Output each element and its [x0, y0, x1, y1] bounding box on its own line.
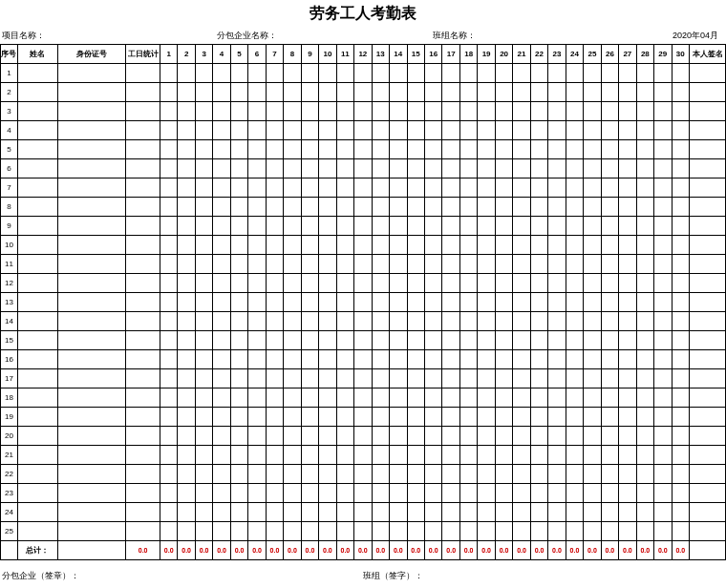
cell-day[interactable]: [495, 140, 512, 159]
cell-day[interactable]: [548, 331, 566, 350]
cell-day[interactable]: [301, 102, 318, 121]
cell-day[interactable]: [178, 255, 195, 274]
cell-day[interactable]: [495, 102, 512, 121]
cell-day[interactable]: [248, 159, 266, 178]
cell-day[interactable]: [530, 64, 547, 83]
cell-day[interactable]: [601, 159, 618, 178]
cell-day[interactable]: [354, 503, 372, 522]
cell-day[interactable]: [178, 484, 195, 503]
cell-stat[interactable]: [126, 64, 160, 83]
cell-day[interactable]: [372, 331, 389, 350]
cell-day[interactable]: [319, 198, 336, 217]
cell-day[interactable]: [195, 388, 212, 408]
cell-day[interactable]: [654, 255, 672, 274]
cell-day[interactable]: [230, 236, 247, 255]
cell-day[interactable]: [407, 522, 424, 541]
cell-day[interactable]: [178, 178, 195, 198]
cell-day[interactable]: [284, 198, 301, 217]
cell-day[interactable]: [424, 312, 441, 331]
cell-day[interactable]: [636, 255, 653, 274]
cell-day[interactable]: [459, 350, 477, 369]
cell-day[interactable]: [619, 465, 636, 484]
cell-day[interactable]: [530, 159, 547, 178]
cell-day[interactable]: [442, 236, 459, 255]
cell-day[interactable]: [336, 83, 353, 102]
cell-day[interactable]: [301, 121, 318, 140]
cell-day[interactable]: [301, 369, 318, 388]
cell-day[interactable]: [548, 522, 566, 541]
cell-day[interactable]: [513, 503, 530, 522]
cell-day[interactable]: [672, 178, 689, 198]
cell-day[interactable]: [248, 446, 266, 465]
cell-day[interactable]: [566, 331, 583, 350]
cell-day[interactable]: [584, 102, 601, 121]
cell-day[interactable]: [407, 140, 424, 159]
cell-day[interactable]: [424, 427, 441, 446]
cell-day[interactable]: [372, 159, 389, 178]
cell-stat[interactable]: [126, 83, 160, 102]
cell-day[interactable]: [248, 312, 266, 331]
cell-day[interactable]: [442, 331, 459, 350]
cell-day[interactable]: [530, 198, 547, 217]
cell-day[interactable]: [459, 274, 477, 293]
cell-day[interactable]: [372, 388, 389, 408]
cell-day[interactable]: [636, 102, 653, 121]
cell-day[interactable]: [566, 102, 583, 121]
cell-day[interactable]: [266, 121, 283, 140]
cell-name[interactable]: [17, 159, 57, 178]
cell-day[interactable]: [530, 522, 547, 541]
cell-day[interactable]: [195, 140, 212, 159]
cell-day[interactable]: [319, 408, 336, 427]
cell-day[interactable]: [336, 293, 353, 312]
cell-day[interactable]: [424, 503, 441, 522]
cell-day[interactable]: [548, 274, 566, 293]
cell-day[interactable]: [301, 388, 318, 408]
cell-day[interactable]: [513, 217, 530, 236]
cell-day[interactable]: [530, 331, 547, 350]
cell-day[interactable]: [178, 121, 195, 140]
cell-day[interactable]: [390, 331, 407, 350]
cell-sign[interactable]: [690, 255, 726, 274]
cell-day[interactable]: [230, 255, 247, 274]
cell-day[interactable]: [301, 465, 318, 484]
cell-day[interactable]: [248, 427, 266, 446]
cell-day[interactable]: [636, 427, 653, 446]
cell-day[interactable]: [178, 198, 195, 217]
cell-day[interactable]: [301, 312, 318, 331]
cell-day[interactable]: [160, 255, 177, 274]
cell-day[interactable]: [495, 484, 512, 503]
cell-id[interactable]: [58, 522, 126, 541]
cell-day[interactable]: [548, 178, 566, 198]
cell-day[interactable]: [407, 465, 424, 484]
cell-day[interactable]: [390, 159, 407, 178]
cell-day[interactable]: [513, 484, 530, 503]
cell-day[interactable]: [336, 388, 353, 408]
cell-day[interactable]: [654, 369, 672, 388]
cell-id[interactable]: [58, 178, 126, 198]
cell-day[interactable]: [336, 312, 353, 331]
cell-stat[interactable]: [126, 484, 160, 503]
cell-day[interactable]: [336, 121, 353, 140]
cell-day[interactable]: [372, 178, 389, 198]
cell-day[interactable]: [407, 503, 424, 522]
cell-stat[interactable]: [126, 255, 160, 274]
cell-day[interactable]: [336, 255, 353, 274]
cell-sign[interactable]: [690, 293, 726, 312]
cell-day[interactable]: [566, 369, 583, 388]
cell-day[interactable]: [548, 198, 566, 217]
cell-day[interactable]: [442, 312, 459, 331]
cell-name[interactable]: [17, 64, 57, 83]
cell-day[interactable]: [636, 64, 653, 83]
cell-day[interactable]: [266, 255, 283, 274]
cell-day[interactable]: [424, 236, 441, 255]
cell-day[interactable]: [548, 350, 566, 369]
cell-sign[interactable]: [690, 503, 726, 522]
cell-day[interactable]: [354, 388, 372, 408]
cell-name[interactable]: [17, 121, 57, 140]
cell-day[interactable]: [301, 522, 318, 541]
cell-day[interactable]: [390, 255, 407, 274]
cell-day[interactable]: [478, 83, 495, 102]
cell-day[interactable]: [248, 484, 266, 503]
cell-day[interactable]: [354, 83, 372, 102]
cell-id[interactable]: [58, 217, 126, 236]
